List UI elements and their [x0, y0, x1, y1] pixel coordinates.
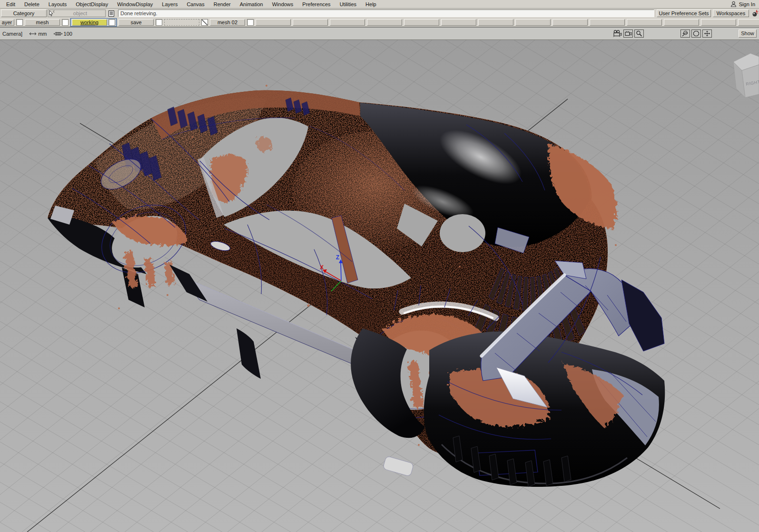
layer-slot-empty[interactable] [627, 19, 662, 26]
viewport-header: Camera] mm 100 [0, 28, 759, 40]
menu-help[interactable]: Help [361, 0, 381, 8]
zoom-curve-icon [682, 30, 689, 37]
object-picker[interactable]: object [48, 10, 106, 17]
layer-slot-empty[interactable] [590, 19, 625, 26]
layer-slot-empty[interactable] [552, 19, 588, 26]
layer-bar: ayermeshworkingsavemesh 02 [0, 18, 759, 27]
double-arrow-icon [29, 31, 37, 36]
layer-tab-working[interactable]: working [72, 19, 107, 26]
pick-cursor-icon [48, 10, 55, 17]
notification-icon[interactable] [751, 10, 759, 17]
menu-items: EditDeleteLayoutsObjectDisplayWindowDisp… [2, 0, 381, 8]
menubar: EditDeleteLayoutsObjectDisplayWindowDisp… [0, 0, 759, 9]
menu-layers[interactable]: Layers [158, 0, 182, 8]
layer-slot-empty[interactable] [701, 19, 736, 26]
list-button[interactable] [107, 10, 116, 17]
menu-windowdisplay[interactable]: WindowDisplay [113, 0, 158, 8]
layer-visibility-checkbox[interactable] [156, 19, 162, 26]
octagon-icon [693, 30, 700, 37]
frame-all-button[interactable] [691, 30, 701, 38]
toolbar: Category object Done retrieving. User Pr… [0, 9, 759, 18]
layer-tab-ayer[interactable]: ayer [0, 19, 14, 26]
axis-x-label: X [320, 264, 324, 271]
axis-z-label: Z [336, 254, 339, 261]
grid-spacing-icon [54, 31, 62, 37]
layer-slot-empty[interactable] [256, 19, 291, 26]
sign-in-label: Sign In [739, 1, 755, 7]
zoom-view-button[interactable] [634, 30, 644, 38]
menu-delete[interactable]: Delete [20, 0, 44, 8]
layer-visibility-checkbox[interactable] [16, 19, 23, 26]
layer-slot-empty[interactable] [664, 19, 699, 26]
layer-slot-empty[interactable] [478, 19, 513, 26]
video-camera-icon [625, 31, 632, 37]
viewport-canvas[interactable]: X Z RIGHT [0, 40, 759, 532]
show-button[interactable]: Show [739, 30, 757, 38]
menu-layouts[interactable]: Layouts [44, 0, 72, 8]
record-view-button[interactable] [623, 30, 633, 38]
status-line: Done retrieving. [118, 10, 654, 17]
layer-slot-empty[interactable] [515, 19, 551, 26]
menu-objectdisplay[interactable]: ObjectDisplay [71, 0, 113, 8]
inspect-tool-button[interactable] [680, 30, 690, 38]
far-wheel-arch-opening [440, 214, 485, 252]
layer-tab-mesh[interactable]: mesh [25, 19, 60, 26]
grid-size-label: 100 [64, 31, 72, 37]
user-preference-sets-button[interactable]: User Preference Sets [657, 10, 711, 17]
person-icon [730, 1, 737, 7]
menu-edit[interactable]: Edit [2, 0, 20, 8]
camera-label: Camera] [2, 31, 22, 37]
layer-tab-empty[interactable] [164, 19, 199, 26]
object-label: object [55, 10, 105, 16]
category-button[interactable]: Category [1, 10, 47, 17]
workspaces-button[interactable]: Workspaces [713, 10, 749, 17]
menu-preferences[interactable]: Preferences [298, 0, 335, 8]
layer-tab-mesh-02[interactable]: mesh 02 [210, 19, 245, 26]
magnifier-icon [636, 30, 642, 37]
list-icon [108, 10, 114, 17]
pan-arrows-icon [704, 30, 710, 37]
layer-visibility-checkbox[interactable] [62, 19, 69, 26]
layer-slot-empty[interactable] [738, 19, 759, 26]
movie-camera-icon [613, 30, 622, 37]
diagonal-slot-icon[interactable] [201, 19, 208, 26]
camera-tool-button[interactable] [612, 30, 622, 38]
menu-canvas[interactable]: Canvas [182, 0, 209, 8]
layer-tab-save[interactable]: save [118, 19, 154, 26]
layer-slot-empty[interactable] [441, 19, 476, 26]
sign-in-button[interactable]: Sign In [730, 1, 759, 7]
grid-size-widget[interactable]: 100 [54, 31, 72, 37]
menu-windows[interactable]: Windows [268, 0, 298, 8]
windshield-scan-remnant [255, 135, 270, 150]
menu-utilities[interactable]: Utilities [335, 0, 361, 8]
selected-layer-group: working [70, 18, 117, 27]
layer-slot-empty[interactable] [404, 19, 439, 26]
layer-slot-empty[interactable] [367, 19, 402, 26]
layer-slot-empty[interactable] [330, 19, 365, 26]
layer-visibility-checkbox[interactable] [247, 19, 254, 26]
menu-animation[interactable]: Animation [236, 0, 268, 8]
layer-slot-empty[interactable] [293, 19, 328, 26]
units-widget[interactable]: mm [29, 31, 47, 37]
pan-tool-button[interactable] [702, 30, 712, 38]
units-label: mm [38, 31, 47, 37]
menu-render[interactable]: Render [209, 0, 236, 8]
layer-visibility-checkbox[interactable] [108, 19, 115, 26]
